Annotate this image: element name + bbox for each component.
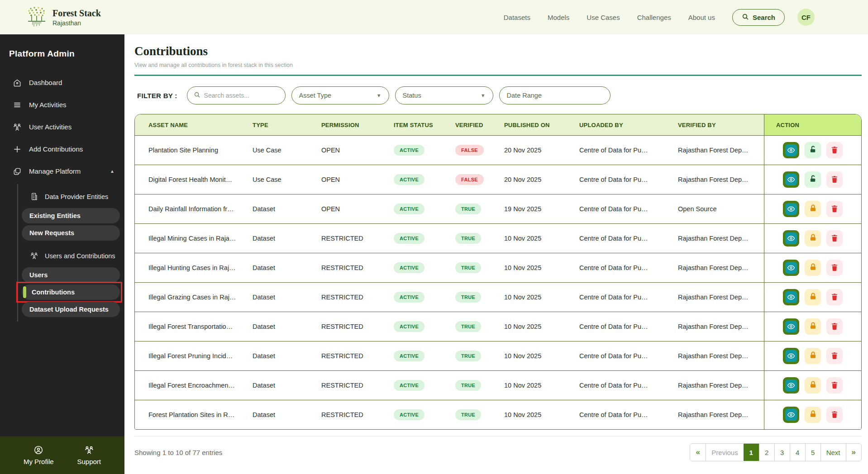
view-button[interactable]: [783, 348, 799, 364]
view-button[interactable]: [783, 377, 799, 393]
view-button[interactable]: [783, 318, 799, 335]
pagination-last-button[interactable]: »: [846, 444, 861, 461]
table-row: Illegal Grazing Cases in Raj…DatasetREST…: [135, 282, 861, 312]
asset-search-field[interactable]: [187, 86, 286, 104]
sidebar-item-contributions[interactable]: Contributions: [22, 284, 120, 300]
published-on-cell: 10 Nov 2025: [497, 371, 572, 400]
lock-button[interactable]: [805, 289, 821, 305]
delete-button[interactable]: [826, 348, 843, 364]
delete-button[interactable]: [826, 142, 843, 158]
lock-button[interactable]: [805, 377, 821, 393]
verified-cell: TRUE: [448, 400, 497, 429]
avatar[interactable]: CF: [797, 9, 815, 26]
lock-button[interactable]: [805, 230, 821, 246]
building-icon: [30, 192, 39, 201]
asset-name-cell: Daily Rainfall Information fr…: [135, 194, 245, 223]
verified-badge: FALSE: [455, 174, 484, 185]
view-button[interactable]: [783, 142, 799, 158]
pagination-page-button[interactable]: 4: [790, 444, 805, 461]
sidebar-item-manage-platform[interactable]: Manage Platform ▲: [0, 160, 124, 182]
nav-use-cases[interactable]: Use Cases: [587, 14, 620, 21]
permission-cell: RESTRICTED: [314, 253, 386, 282]
chevron-down-icon: ▼: [377, 93, 382, 98]
verified-badge: TRUE: [455, 351, 481, 361]
support-button[interactable]: Support: [77, 445, 101, 465]
delete-button[interactable]: [826, 407, 843, 423]
date-range-picker[interactable]: Date Range: [499, 86, 610, 104]
sidebar-item-existing-entities[interactable]: Existing Entities: [22, 208, 120, 223]
permission-cell: OPEN: [314, 136, 386, 165]
delete-button[interactable]: [826, 171, 843, 188]
page-subtitle: View and manage all contributions in for…: [134, 62, 862, 68]
verified-cell: TRUE: [448, 371, 497, 400]
view-button[interactable]: [783, 201, 799, 217]
search-button[interactable]: Search: [732, 9, 785, 26]
pagination-page-button[interactable]: 3: [774, 444, 790, 461]
nav-about-us[interactable]: About us: [688, 14, 715, 21]
verified-by-cell: Rajasthan Forest Dep…: [671, 400, 764, 429]
pagination-page-button[interactable]: 2: [759, 444, 774, 461]
home-icon: [13, 78, 22, 87]
status-badge: ACTIVE: [394, 292, 424, 303]
pagination-next-button[interactable]: Next: [820, 444, 846, 461]
search-assets-input[interactable]: [204, 92, 272, 99]
lock-icon: [809, 380, 817, 390]
pagination-page-button[interactable]: 1: [744, 444, 759, 461]
nav-challenges[interactable]: Challenges: [637, 14, 671, 21]
sidebar-item-data-provider-entities[interactable]: Data Provider Entities: [18, 187, 120, 207]
sidebar-item-my-activities[interactable]: My Activities: [0, 94, 124, 116]
view-button[interactable]: [783, 230, 799, 246]
pagination-page-button[interactable]: 5: [805, 444, 820, 461]
sidebar-item-dashboard[interactable]: Dashboard: [0, 71, 124, 94]
users-icon: [30, 251, 39, 261]
sidebar: Platform Admin Dashboard My Activities U…: [0, 34, 124, 474]
sidebar-item-add-contributions[interactable]: Add Contributions: [0, 138, 124, 160]
my-profile-button[interactable]: My Profile: [24, 445, 54, 465]
table-row: Illegal Forest Encroachmen…DatasetRESTRI…: [135, 370, 861, 400]
type-cell: Dataset: [245, 371, 314, 400]
sidebar-item-new-requests[interactable]: New Requests: [22, 225, 120, 241]
sidebar-item-user-activities[interactable]: User Activities: [0, 116, 124, 138]
item-status-cell: ACTIVE: [386, 371, 448, 400]
delete-button[interactable]: [826, 318, 843, 335]
sidebar-item-users-and-contributions[interactable]: Users and Contributions: [18, 246, 120, 266]
nav-models[interactable]: Models: [548, 14, 569, 21]
type-cell: Dataset: [245, 283, 314, 312]
sidebar-item-dataset-upload-requests[interactable]: Dataset Upload Requests: [22, 302, 120, 317]
lock-button[interactable]: [805, 260, 821, 276]
view-button[interactable]: [783, 260, 799, 276]
view-button[interactable]: [783, 289, 799, 305]
delete-trash-icon: [830, 293, 839, 302]
type-cell: Use Case: [245, 165, 314, 194]
delete-button[interactable]: [826, 289, 843, 305]
uploaded-by-cell: Centre of Data for Pu…: [572, 312, 671, 341]
lock-button[interactable]: [805, 318, 821, 335]
delete-button[interactable]: [826, 230, 843, 246]
nav-datasets[interactable]: Datasets: [504, 14, 530, 21]
delete-button[interactable]: [826, 260, 843, 276]
type-cell: Dataset: [245, 253, 314, 282]
delete-trash-icon: [830, 381, 839, 390]
view-button[interactable]: [783, 407, 799, 423]
top-nav: Datasets Models Use Cases Challenges Abo…: [504, 14, 715, 21]
pagination-previous-button[interactable]: Previous: [706, 444, 743, 461]
table-header-row: ASSET NAME TYPE PERMISSION ITEM STATUS V…: [135, 114, 861, 135]
lock-button[interactable]: [805, 201, 821, 217]
delete-button[interactable]: [826, 201, 843, 217]
unlock-button[interactable]: [805, 171, 821, 188]
sidebar-item-users[interactable]: Users: [22, 267, 120, 283]
column-header-action: ACTION: [764, 114, 861, 135]
verified-badge: TRUE: [455, 380, 481, 391]
asset-type-dropdown[interactable]: Asset Type ▼: [291, 86, 389, 104]
delete-button[interactable]: [826, 377, 843, 393]
status-dropdown[interactable]: Status ▼: [395, 86, 493, 104]
verified-badge: TRUE: [455, 204, 481, 214]
lock-button[interactable]: [805, 407, 821, 423]
lock-button[interactable]: [805, 348, 821, 364]
verified-badge: TRUE: [455, 233, 481, 244]
verified-cell: TRUE: [448, 312, 497, 341]
unlock-button[interactable]: [805, 142, 821, 158]
pagination-first-button[interactable]: «: [690, 444, 706, 461]
view-button[interactable]: [783, 171, 799, 188]
status-badge: ACTIVE: [394, 174, 424, 185]
